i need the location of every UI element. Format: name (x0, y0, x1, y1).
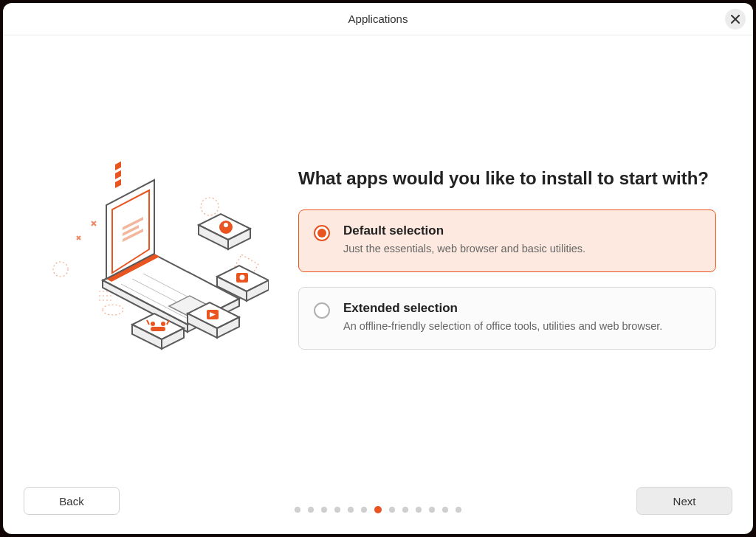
window-title: Applications (348, 13, 408, 25)
progress-dot (308, 507, 314, 513)
progress-dot (334, 507, 340, 513)
progress-dot (442, 507, 448, 513)
progress-dot (429, 507, 435, 513)
options-pane: What apps would you like to install to s… (298, 167, 716, 349)
option-description: An offline-friendly selection of office … (343, 319, 698, 334)
option-description: Just the essentials, web browser and bas… (343, 241, 698, 257)
close-button[interactable] (725, 9, 746, 30)
progress-dot-active (374, 506, 382, 513)
next-button[interactable]: Next (636, 487, 732, 515)
svg-rect-4 (115, 170, 121, 179)
titlebar: Applications (3, 3, 753, 35)
installer-window: Applications (3, 3, 753, 534)
progress-dots (295, 507, 461, 513)
next-button-label: Next (673, 495, 696, 507)
progress-dot (402, 507, 408, 513)
svg-rect-5 (115, 179, 121, 188)
content-area: What apps would you like to install to s… (3, 35, 753, 481)
svg-point-9 (224, 223, 228, 227)
svg-point-13 (151, 322, 155, 326)
progress-dot (295, 507, 300, 513)
back-button-label: Back (59, 495, 83, 507)
page-heading: What apps would you like to install to s… (298, 167, 716, 190)
option-title: Extended selection (343, 301, 698, 316)
option-default-selection[interactable]: Default selection Just the essentials, w… (298, 209, 716, 272)
svg-point-11 (240, 275, 245, 280)
back-button[interactable]: Back (24, 487, 120, 515)
progress-dot (348, 507, 354, 513)
progress-dot (389, 507, 395, 513)
radio-selected-icon (314, 225, 330, 241)
radio-unselected-icon (314, 302, 330, 319)
svg-point-2 (201, 198, 219, 215)
svg-point-14 (161, 322, 165, 326)
progress-dot (416, 507, 422, 513)
progress-dot (321, 507, 327, 513)
svg-point-0 (53, 262, 68, 277)
svg-rect-15 (151, 327, 165, 331)
close-icon (731, 15, 740, 24)
progress-dot (456, 507, 461, 513)
apps-illustration (32, 155, 269, 361)
option-extended-selection[interactable]: Extended selection An offline-friendly s… (298, 287, 716, 350)
option-title: Default selection (343, 224, 698, 238)
progress-dot (361, 507, 367, 513)
footer: Back Next (3, 481, 753, 534)
svg-rect-3 (115, 162, 121, 170)
